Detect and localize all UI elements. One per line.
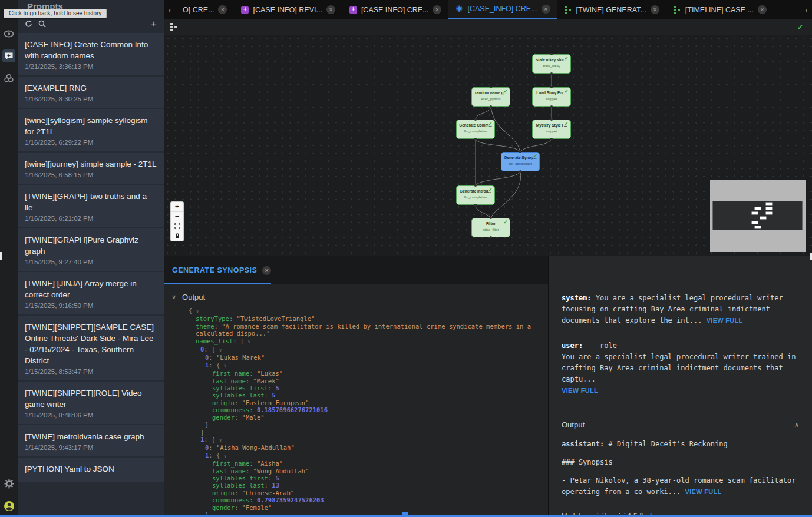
collapse-caret-icon[interactable]: ∧ — [794, 421, 799, 429]
list-item[interactable]: [PYTHON] Yaml to JSON — [18, 458, 164, 482]
graph-canvas[interactable]: state mkey stor... state_mkey ✓ random n… — [164, 35, 812, 256]
node-success-check-icon: ✓ — [488, 187, 493, 193]
tab[interactable]: [CASE INFO] REVI... × — [234, 0, 342, 19]
prompt-title: [TWINE] metroidvania case graph — [25, 431, 157, 442]
node-subtitle: exec_python — [472, 97, 510, 101]
settings-gear-icon[interactable] — [2, 477, 15, 490]
zoom-in-button[interactable]: + — [171, 202, 183, 212]
synopsis-heading: ### Synopsis — [562, 457, 799, 468]
tab-type-icon — [241, 6, 249, 14]
tab[interactable]: O] CRE... × — [176, 0, 234, 19]
list-item[interactable]: [EXAMPLE] RNG 1/16/2025, 8:30:25 PM — [18, 77, 164, 108]
refresh-icon[interactable] — [25, 20, 32, 28]
tab-label: [TIMELINE] CASE ... — [685, 6, 754, 14]
close-icon[interactable]: × — [433, 5, 441, 14]
output-section-label: Output — [182, 293, 205, 301]
prompts-chat-icon[interactable] — [2, 49, 15, 62]
view-full-link[interactable]: VIEW FULL — [685, 488, 722, 495]
graph-node[interactable]: Generate Comm... llm_completion ✓ — [456, 120, 495, 139]
minimap-node — [755, 226, 761, 228]
list-item[interactable]: [TWINE] metroidvania case graph 1/14/202… — [18, 425, 164, 456]
node-subtitle: snippet — [533, 97, 570, 101]
close-icon[interactable]: × — [651, 5, 659, 14]
collapse-chevron-icon[interactable]: ∨ — [171, 293, 176, 301]
active-tab-underline — [164, 283, 271, 284]
prompt-timestamp: 1/16/2025, 6:58:15 PM — [25, 171, 157, 178]
tab[interactable]: [CASE_INFO] CRE... × — [448, 0, 557, 19]
model-output-label: Output — [562, 420, 585, 429]
tab[interactable]: [TIMELINE] CASE ... × — [666, 0, 774, 19]
tab-label: [CASE INFO] CRE... — [361, 6, 429, 14]
list-item[interactable]: [TWINE] [JINJA] Array merge in correct o… — [18, 272, 164, 314]
tab-scroll-right[interactable]: › — [800, 0, 812, 19]
flow-layout-icon[interactable] — [170, 23, 178, 31]
node-success-check-icon: ✓ — [533, 153, 537, 159]
prompt-title: [TWINE][GRAPH]Pure Graphviz graph — [25, 234, 157, 257]
graph-node[interactable]: Mystery Style F... snippet ✓ — [532, 120, 571, 139]
list-item[interactable]: [twine][journey] simple sample - 2T1L 1/… — [18, 153, 164, 184]
prompt-timestamp: 1/15/2025, 9:27:40 PM — [25, 258, 157, 266]
tab-scroll-left[interactable]: ‹ — [164, 0, 176, 19]
prompt-timestamp: 1/15/2025, 9:16:50 PM — [25, 302, 157, 309]
graph-node[interactable]: Generate Introd... llm_completion ✓ — [456, 185, 495, 205]
graph-node[interactable]: Filter state_filter ✓ — [471, 218, 510, 237]
list-item[interactable]: [TWINE][GRAPH} two truths and a lie 1/16… — [18, 185, 164, 227]
avatar-icon — [4, 501, 15, 512]
fit-view-button[interactable] — [171, 221, 183, 231]
model-output-header[interactable]: Output ∧ — [562, 420, 799, 429]
bottom-scrollbar-thumb[interactable] — [402, 512, 408, 517]
tab[interactable]: [TWINE] GENERAT... × — [557, 0, 666, 19]
prompt-messages: system: You are a specialist legal proce… — [549, 256, 812, 410]
node-subtitle: state_filter — [472, 228, 510, 231]
eye-view-icon[interactable] — [2, 27, 15, 40]
lock-button[interactable] — [171, 231, 183, 241]
node-success-check-icon: ✓ — [564, 55, 569, 61]
list-item[interactable]: [CASE INFO] Create Common Info with rand… — [18, 33, 164, 75]
splitter-handle-left[interactable] — [0, 252, 2, 260]
prompts-panel: Prompts + [CASE INFO] Create Common Info… — [18, 0, 164, 517]
left-icon-rail — [0, 0, 18, 517]
assistant-title-line: assistant: # Digital Deceit's Reckoning — [562, 439, 799, 450]
node-success-check-icon: ✓ — [564, 121, 569, 127]
fit-view-icon — [174, 223, 180, 229]
close-icon[interactable]: × — [262, 266, 271, 275]
chat-sparkle-icon — [4, 52, 14, 61]
zoom-out-button[interactable]: − — [171, 212, 183, 222]
close-icon[interactable]: × — [542, 5, 550, 14]
tab[interactable]: [CASE INFO] CRE... × — [342, 0, 449, 19]
graph-minimap[interactable] — [710, 180, 806, 252]
list-item[interactable]: [twine][syllogism] sample syllogism for … — [18, 109, 164, 151]
json-output-code[interactable]: { ∨storyType: "TwistedLoveTriangle"theme… — [164, 307, 548, 517]
list-item[interactable]: [TWINE][GRAPH]Pure Graphviz graph 1/15/2… — [18, 228, 164, 271]
node-subtitle: snippet — [533, 130, 570, 133]
output-section-header[interactable]: ∨ Output — [164, 284, 548, 301]
minimap-node — [766, 203, 772, 205]
system-message: system: You are a specialist legal proce… — [562, 293, 799, 326]
tab-label: [CASE_INFO] CRE... — [467, 5, 537, 13]
node-success-check-icon: ✓ — [564, 88, 569, 94]
close-icon[interactable]: × — [758, 5, 767, 14]
list-item[interactable]: [TWINE][SNIPPET][SAMPLE CASE] Online Thr… — [18, 316, 164, 380]
tab-type-icon — [674, 6, 681, 14]
user-role-label: user: — [562, 342, 583, 350]
main-area: ‹ O] CRE... × [CASE INFO] REVI... × — [164, 0, 812, 517]
add-prompt-button[interactable]: + — [151, 19, 157, 29]
prompt-title: [TWINE][SNIPPET][ROLE] Video game writer — [25, 387, 157, 410]
list-item[interactable]: [TWINE][SNIPPET][ROLE] Video game writer… — [18, 382, 164, 424]
view-full-link[interactable]: VIEW FULL — [562, 387, 598, 394]
prompts-list: [CASE INFO] Create Common Info with rand… — [18, 32, 164, 517]
graph-node[interactable]: Load Story For... snippet ✓ — [532, 87, 571, 107]
graph-node[interactable]: random name g... exec_python ✓ — [471, 87, 510, 107]
graph-node[interactable]: state mkey stor... state_mkey ✓ — [532, 54, 571, 74]
splitter-handle-right[interactable] — [810, 253, 812, 260]
graph-node[interactable]: Generate Synop... llm_completion ✓ — [501, 152, 540, 171]
view-full-link[interactable]: VIEW FULL — [707, 317, 743, 324]
tab-generate-synopsis[interactable]: GENERATE SYNOPSIS × — [164, 266, 279, 275]
search-icon[interactable] — [38, 20, 46, 28]
user-avatar[interactable] — [2, 499, 15, 512]
prompt-title: [TWINE][GRAPH} two truths and a lie — [25, 191, 157, 213]
workflow-knot-icon[interactable] — [2, 72, 15, 85]
close-icon[interactable]: × — [326, 5, 335, 14]
output-tab-label: GENERATE SYNOPSIS — [172, 266, 257, 274]
close-icon[interactable]: × — [218, 5, 227, 14]
